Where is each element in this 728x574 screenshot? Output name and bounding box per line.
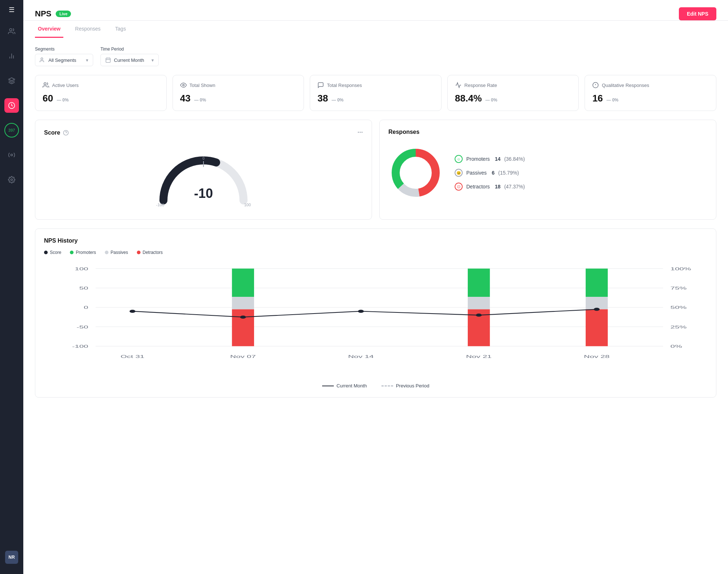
main-content: NPS Live Edit NPS Overview Responses Tag… [23, 0, 728, 574]
bar-nov28-detractors [586, 309, 608, 346]
stat-header-total-responses: Total Responses [317, 82, 434, 88]
svg-point-8 [41, 58, 43, 60]
stat-label-active-users: Active Users [52, 83, 79, 88]
score-dot-nov07 [240, 315, 246, 319]
nps-history-panel: NPS History Score Promoters Passives D [35, 228, 716, 398]
time-period-select[interactable]: Current Month ▾ [100, 54, 159, 66]
stat-value-active-users: 60 — 0% [43, 93, 159, 104]
detractors-legend-dot [137, 251, 141, 254]
user-avatar[interactable]: NR [5, 551, 18, 564]
page-header: NPS Live Edit NPS [23, 0, 728, 21]
segments-select[interactable]: All Segments ▾ [35, 54, 93, 66]
tabs-bar: Overview Responses Tags [23, 21, 728, 38]
legend-score: Score [44, 250, 61, 255]
promoters-legend-dot [70, 251, 74, 254]
svg-text:0: 0 [84, 305, 88, 310]
stats-grid: Active Users 60 — 0% Total Shown 43 — 0% [35, 75, 716, 111]
bar-nov07-promoters [232, 268, 254, 297]
gauge-value: -10 [194, 186, 213, 201]
stat-header-qualitative: Qualitative Responses [592, 82, 709, 88]
tab-tags[interactable]: Tags [112, 21, 129, 38]
sidebar-item-integrations[interactable] [4, 148, 19, 162]
time-period-value: Current Month [114, 57, 144, 63]
stat-active-users: Active Users 60 — 0% [35, 75, 167, 111]
chat-icon [317, 82, 324, 88]
live-badge: Live [56, 11, 71, 17]
footer-previous-period: Previous Period [381, 383, 430, 388]
segments-value: All Segments [48, 57, 76, 63]
edit-nps-button[interactable]: Edit NPS [679, 7, 716, 20]
sidebar-item-layers[interactable] [4, 73, 19, 88]
svg-point-7 [11, 179, 13, 181]
passives-count: 6 [492, 170, 495, 176]
svg-text:100: 100 [75, 266, 88, 271]
legend-detractors-hist: Detractors [137, 250, 163, 255]
detractors-label: Detractors [466, 184, 490, 190]
tab-responses[interactable]: Responses [72, 21, 103, 38]
segments-icon [40, 57, 46, 63]
previous-period-label: Previous Period [396, 383, 430, 388]
svg-text:0%: 0% [670, 344, 682, 348]
svg-text:-50: -50 [76, 324, 88, 329]
sidebar-item-nps[interactable] [4, 98, 19, 113]
stat-label-total-shown: Total Shown [190, 83, 215, 88]
score-dot-nov14 [358, 310, 364, 313]
header-left: NPS Live [35, 9, 71, 19]
sidebar-circle-397[interactable]: 397 [4, 123, 19, 137]
legend-passives: 😐 Passives 6 (15.79%) [455, 169, 525, 177]
svg-point-13 [44, 83, 46, 85]
promoters-label: Promoters [466, 156, 490, 162]
sidebar-item-chart[interactable] [4, 49, 19, 63]
passives-legend-dot [105, 251, 108, 254]
stat-qualitative: Qualitative Responses 16 — 0% [585, 75, 716, 111]
detractors-pct: (47.37%) [504, 184, 525, 190]
tab-overview[interactable]: Overview [35, 21, 63, 38]
promoters-count: 14 [495, 156, 501, 162]
score-dot-nov21 [476, 314, 482, 317]
promoters-pct: (36.84%) [504, 156, 525, 162]
stat-label-qualitative: Qualitative Responses [602, 83, 649, 88]
legend-detractors: ☹ Detractors 18 (47.37%) [455, 183, 525, 191]
time-period-label: Time Period [100, 47, 159, 52]
calendar-icon [105, 57, 111, 63]
sidebar-item-settings[interactable] [4, 172, 19, 187]
svg-text:Nov 14: Nov 14 [348, 354, 374, 359]
bar-nov28-passives [586, 297, 608, 309]
svg-text:-100: -100 [72, 344, 88, 348]
page-title: NPS [35, 9, 51, 19]
svg-text:Nov 07: Nov 07 [230, 354, 256, 359]
bar-nov21-passives [468, 297, 490, 309]
eye-icon [180, 82, 187, 88]
stat-header-total-shown: Total Shown [180, 82, 297, 88]
sidebar-item-users[interactable] [4, 24, 19, 39]
svg-text:75%: 75% [670, 286, 687, 290]
gauge-max: 100 [244, 203, 251, 207]
qualitative-icon [592, 82, 599, 88]
svg-text:50: 50 [79, 286, 88, 290]
stat-value-total-shown: 43 — 0% [180, 93, 297, 104]
menu-icon[interactable]: ☰ [9, 6, 15, 14]
responses-panel-title: Responses [388, 129, 707, 135]
stat-value-qualitative: 16 — 0% [592, 93, 709, 104]
segments-label: Segments [35, 47, 93, 52]
score-dot-oct31 [130, 310, 135, 313]
score-panel: Score ··· 0 -10 [35, 120, 372, 220]
score-legend-dot [44, 251, 48, 254]
svg-point-25 [402, 159, 430, 187]
svg-text:0: 0 [202, 156, 205, 160]
svg-text:Oct 31: Oct 31 [120, 354, 145, 359]
score-panel-menu[interactable]: ··· [357, 129, 363, 136]
current-month-label: Current Month [337, 383, 367, 388]
stat-value-total-responses: 38 — 0% [317, 93, 434, 104]
svg-marker-4 [9, 78, 15, 81]
svg-text:Nov 28: Nov 28 [584, 354, 610, 359]
current-month-line [322, 386, 334, 386]
score-line [132, 309, 597, 317]
legend-promoters-hist: Promoters [70, 250, 96, 255]
passives-icon: 😐 [455, 169, 463, 177]
sidebar: ☰ 397 NR [0, 0, 23, 574]
stat-label-total-responses: Total Responses [327, 83, 362, 88]
svg-point-6 [11, 154, 13, 156]
chart-area: 100 50 0 -50 -100 100% 75% 50% 25% 0% Oc… [44, 261, 707, 377]
score-legend-label: Score [50, 250, 61, 255]
